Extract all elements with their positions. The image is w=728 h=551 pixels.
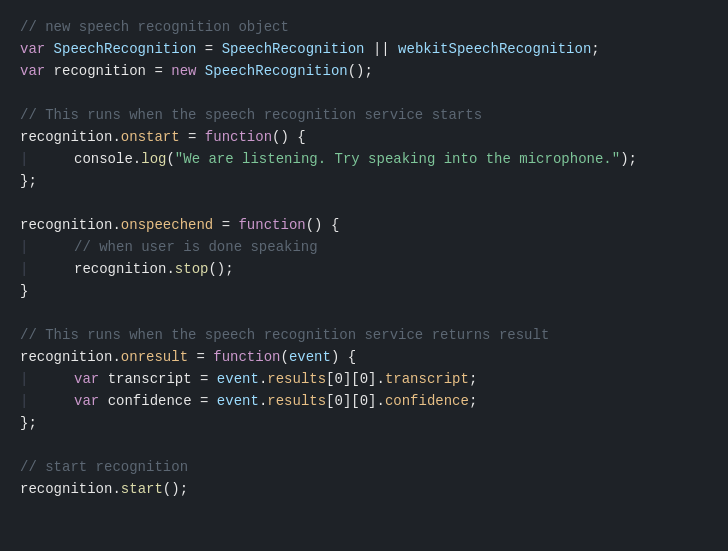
empty-line [20,192,708,214]
punctuation: ); [620,148,637,170]
identifier: SpeechRecognition [205,60,348,82]
empty-line [20,82,708,104]
code-line: | recognition.stop(); [20,258,708,280]
keyword-function: function [213,346,280,368]
operator: = [188,346,213,368]
punctuation: (); [208,258,233,280]
comment: // This runs when the speech recognition… [20,324,549,346]
code-line: }; [20,412,708,434]
code-editor: // new speech recognition object var Spe… [0,0,728,551]
identifier: event [217,390,259,412]
code-line: | var confidence = event.results[0][0].c… [20,390,708,412]
pipe-bar: | [20,368,28,390]
punctuation: ; [591,38,599,60]
punctuation: ; [469,390,477,412]
operator: = [180,126,205,148]
operator: || [364,38,398,60]
identifier: SpeechRecognition [222,38,365,60]
code-line: // This runs when the speech recognition… [20,324,708,346]
identifier: recognition [20,126,112,148]
code-line: | // when user is done speaking [20,236,708,258]
method: start [121,478,163,500]
pipe-bar: | [20,258,28,280]
comment: // new speech recognition object [20,16,289,38]
punctuation: . [259,390,267,412]
punctuation: () { [272,126,306,148]
operator: = [146,60,171,82]
punctuation: . [166,258,174,280]
code-line: recognition.start(); [20,478,708,500]
identifier: event [217,368,259,390]
code-line: // start recognition [20,456,708,478]
code-line: recognition.onresult = function(event) { [20,346,708,368]
identifier: recognition [40,258,166,280]
method: stop [175,258,209,280]
code-line: recognition.onspeechend = function() { [20,214,708,236]
punctuation: (); [163,478,188,500]
empty-line [20,434,708,456]
identifier: recognition [54,60,146,82]
operator: = [196,38,221,60]
keyword-var: var [20,60,54,82]
code-line: var recognition = new SpeechRecognition(… [20,60,708,82]
code-line: // new speech recognition object [20,16,708,38]
keyword-function: function [205,126,272,148]
code-line: } [20,280,708,302]
property: onresult [121,346,188,368]
punctuation: . [112,478,120,500]
punctuation: [0][0]. [326,368,385,390]
punctuation: ( [280,346,288,368]
property: confidence [385,390,469,412]
punctuation: . [112,126,120,148]
identifier: SpeechRecognition [54,38,197,60]
string: "We are listening. Try speaking into the… [175,148,620,170]
comment: // when user is done speaking [40,236,317,258]
identifier: recognition [20,214,112,236]
operator: = [192,390,217,412]
identifier: recognition [20,478,112,500]
punctuation: ; [469,368,477,390]
code-line: var SpeechRecognition = SpeechRecognitio… [20,38,708,60]
property: onstart [121,126,180,148]
pipe-bar: | [20,236,28,258]
pipe-bar: | [20,390,28,412]
keyword-var: var [20,38,54,60]
comment: // start recognition [20,456,188,478]
punctuation: . [259,368,267,390]
identifier: recognition [20,346,112,368]
code-line: | console.log("We are listening. Try spe… [20,148,708,170]
code-line: | var transcript = event.results[0][0].t… [20,368,708,390]
code-line: // This runs when the speech recognition… [20,104,708,126]
operator: = [213,214,238,236]
punctuation: ( [166,148,174,170]
identifier: webkitSpeechRecognition [398,38,591,60]
punctuation: () { [306,214,340,236]
keyword-new: new [171,60,205,82]
param: event [289,346,331,368]
operator: = [192,368,217,390]
punctuation: }; [20,170,37,192]
punctuation: . [133,148,141,170]
punctuation: (); [348,60,373,82]
punctuation: } [20,280,28,302]
identifier: confidence [108,390,192,412]
punctuation: ) { [331,346,356,368]
property: results [267,368,326,390]
code-line: recognition.onstart = function() { [20,126,708,148]
property: transcript [385,368,469,390]
property: onspeechend [121,214,213,236]
punctuation: . [112,346,120,368]
pipe-bar: | [20,148,28,170]
empty-line [20,302,708,324]
property: results [267,390,326,412]
code-line: }; [20,170,708,192]
comment: // This runs when the speech recognition… [20,104,482,126]
punctuation: . [112,214,120,236]
keyword-var: var [40,368,107,390]
identifier: transcript [108,368,192,390]
punctuation: }; [20,412,37,434]
identifier: console [40,148,132,170]
method: log [141,148,166,170]
keyword-function: function [238,214,305,236]
keyword-var: var [40,390,107,412]
